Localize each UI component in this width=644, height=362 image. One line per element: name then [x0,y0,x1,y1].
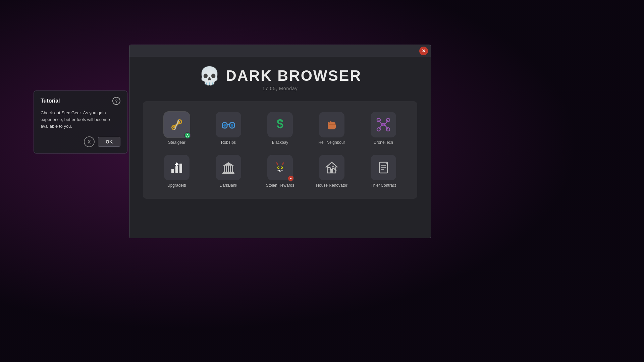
app-icon-dronetech [371,112,396,137]
tutorial-buttons: X OK [41,136,120,147]
svg-rect-27 [175,166,178,173]
svg-rect-12 [330,121,332,124]
app-label-hellneighbour: Hell Neighbour [318,140,345,145]
svg-rect-11 [328,122,330,125]
help-icon[interactable]: ? [112,97,120,105]
app-label-stealgear: Stealgear [168,140,185,145]
logo-row: 💀 DARK BROWSER [199,67,362,84]
skull-icon: 💀 [199,67,220,84]
app-stealgear[interactable]: A Stealgear [153,109,201,148]
svg-point-44 [281,167,282,168]
app-label-robtips: RobTips [221,140,236,145]
stolenrewards-badge: ● [287,175,294,182]
close-button[interactable]: ✕ [419,47,428,55]
tutorial-text: Check out StealGear. As you gain experie… [41,110,120,130]
app-label-dronetech: DroneTech [374,140,393,145]
app-label-darkbank: DarkBank [220,183,237,188]
dismiss-button[interactable]: X [84,136,95,147]
app-icon-stealgear: A [164,112,190,137]
app-label-upgradeit: UpgradeIt! [167,183,186,188]
app-label-blackbay: Blackbay [272,140,288,145]
browser-time: 17:05, Monday [262,86,298,91]
browser-body: 💀 DARK BROWSER 17:05, Monday [129,57,431,238]
svg-rect-14 [334,122,335,125]
svg-rect-34 [230,166,231,172]
browser-window: ✕ 💀 DARK BROWSER 17:05, Monday [129,45,431,238]
app-icon-stolenrewards: ● [267,155,293,180]
browser-title: DARK BROWSER [226,67,362,84]
tutorial-panel: Tutorial ? Check out StealGear. As you g… [34,90,127,154]
app-darkbank[interactable]: DarkBank [205,152,252,191]
svg-rect-35 [232,166,233,172]
app-label-houserenovator: House Renovator [316,183,347,188]
svg-rect-32 [226,166,227,172]
svg-rect-13 [332,122,334,124]
svg-point-8 [231,124,233,127]
svg-rect-31 [224,166,225,172]
app-dronetech[interactable]: DroneTech [360,109,407,148]
svg-marker-30 [223,162,234,166]
app-icon-blackbay: $ [267,112,293,137]
tutorial-title: Tutorial [41,98,60,104]
svg-rect-33 [228,166,229,172]
app-houserenovator[interactable]: House Renovator [308,152,356,191]
app-icon-houserenovator [319,155,344,180]
svg-marker-29 [175,162,179,166]
app-thiefcontract[interactable]: Thief Contract [360,152,407,191]
app-icon-darkbank [216,155,241,180]
svg-point-25 [382,124,384,126]
app-label-thiefcontract: Thief Contract [371,183,396,188]
svg-rect-47 [330,169,333,173]
app-icon-upgradeit [164,155,190,180]
browser-header: 💀 DARK BROWSER 17:05, Monday [199,67,362,91]
apps-grid-container: A Stealgear [143,101,417,199]
app-icon-hellneighbour [319,112,344,137]
app-blackbay[interactable]: $ Blackbay [256,109,304,148]
svg-point-43 [278,167,279,168]
stealgear-badge: A [184,132,191,139]
app-stolenrewards[interactable]: ● Stolen Rewards [256,152,304,191]
svg-rect-37 [222,173,234,174]
svg-rect-28 [179,164,182,173]
app-icon-robtips [216,112,241,137]
app-label-stolenrewards: Stolen Rewards [266,183,294,188]
title-bar: ✕ [129,45,431,57]
ok-button[interactable]: OK [98,137,120,147]
app-upgradeit[interactable]: UpgradeIt! [153,152,201,191]
svg-rect-36 [223,172,234,173]
svg-point-50 [332,167,334,169]
svg-text:$: $ [277,117,283,131]
app-hellneighbour[interactable]: Hell Neighbour [308,109,356,148]
svg-rect-26 [171,169,174,173]
app-robtips[interactable]: RobTips [205,109,252,148]
apps-grid: A Stealgear [153,109,407,191]
tutorial-header: Tutorial ? [41,97,120,105]
app-icon-thiefcontract [371,155,396,180]
svg-point-7 [223,124,226,127]
